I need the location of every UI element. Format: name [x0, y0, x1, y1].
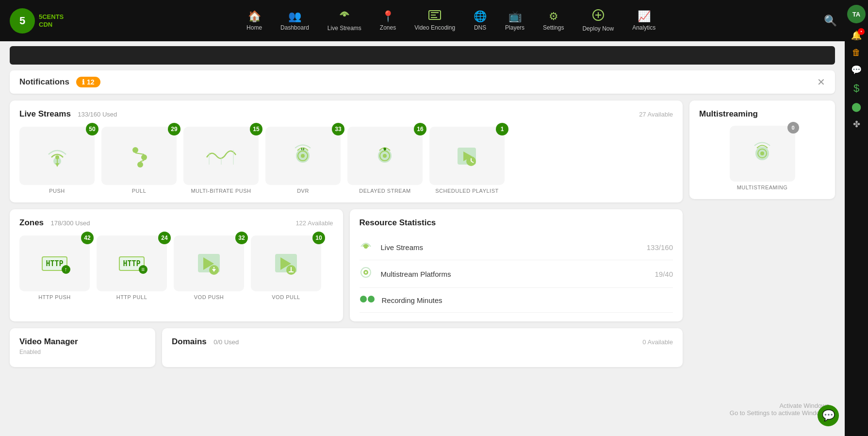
zones-icon: 📍	[381, 10, 394, 23]
stream-pull[interactable]: 29 PULL	[101, 127, 177, 194]
live-streams-title: Live Streams	[19, 109, 71, 118]
domains-available: 0 Available	[642, 338, 673, 346]
domains-title: Domains	[172, 337, 207, 346]
zones-available: 122 Available	[295, 219, 333, 227]
user-avatar[interactable]: TA	[847, 5, 866, 23]
live-streams-used: 133/160 Used	[78, 111, 117, 118]
stream-dvr-box: 33	[265, 127, 341, 185]
main-content: Notifications ℹ 12 ✕ Live Streams 133/16…	[0, 41, 845, 377]
nav-video-encoding[interactable]: Video Encoding	[408, 7, 462, 34]
notif-title: Notifications	[19, 77, 69, 87]
stream-push[interactable]: 50 PUSH	[19, 127, 95, 194]
video-manager-card: Video Manager Enabled	[10, 328, 155, 367]
notif-left: Notifications ℹ 12	[19, 77, 100, 87]
nav-dashboard[interactable]: 👥 Dashboard	[274, 7, 316, 34]
zone-http-push[interactable]: 42 HTTP ↑ HTTP PUSH	[19, 235, 90, 300]
nav-zones[interactable]: 📍 Zones	[373, 7, 403, 34]
svg-line-12	[135, 153, 144, 154]
stream-delayed[interactable]: 16 i DELAYED STREAM	[347, 127, 423, 194]
zone-http-pull-label: HTTP PULL	[116, 294, 147, 300]
right-column: Multistreaming 0 MULTISTREAMING	[689, 101, 835, 367]
zones-title-group: Zones 178/300 Used	[19, 218, 90, 228]
video-encoding-icon	[428, 10, 441, 23]
logo-circle: 5	[10, 8, 35, 34]
nav-dns-label: DNS	[474, 24, 486, 31]
nav-analytics[interactable]: 📈 Analytics	[625, 7, 662, 34]
live-streams-header: Live Streams 133/160 Used 27 Available	[19, 109, 673, 119]
nav-players-label: Players	[505, 24, 524, 31]
notif-badge[interactable]: ℹ 12	[76, 77, 100, 87]
resource-statistics-card: Resource Statistics Live Streams 133/160	[350, 209, 683, 321]
stream-multibitrate-label: MULTI-BITRATE PUSH	[191, 188, 251, 194]
status-icon[interactable]: ⬤	[852, 101, 861, 112]
dashboard-grid: Live Streams 133/160 Used 27 Available 5…	[10, 101, 835, 367]
zone-http-push-badge: 42	[81, 232, 94, 244]
svg-point-46	[360, 296, 367, 302]
nav-items: 🏠 Home 👥 Dashboard Live Streams 📍 Zones	[78, 6, 824, 35]
analytics-icon: 📈	[638, 10, 651, 23]
multistreaming-item[interactable]: 0 MULTISTREAMING	[699, 126, 825, 190]
zones-title: Zones	[19, 218, 44, 227]
live-streams-card: Live Streams 133/160 Used 27 Available 5…	[10, 101, 683, 202]
zone-vod-pull-label: VOD PULL	[272, 294, 300, 300]
svg-point-47	[368, 296, 375, 302]
logo[interactable]: 5 5CENTS CDN	[10, 8, 64, 34]
deploy-now-icon	[592, 9, 604, 24]
notifications-bar: Notifications ℹ 12 ✕	[10, 70, 835, 94]
search-button[interactable]: 🔍	[824, 15, 837, 27]
stream-multibitrate[interactable]: 15 MULTI-BITRATE PUSH	[183, 127, 259, 194]
live-streams-title-group: Live Streams 133/160 Used	[19, 109, 117, 119]
zone-vod-push-badge: 32	[235, 232, 248, 244]
billing-icon[interactable]: $	[853, 82, 859, 95]
add-icon[interactable]: ✤	[853, 119, 860, 130]
stream-scheduled-box: 1	[429, 127, 505, 185]
stream-pull-label: PULL	[132, 188, 147, 194]
stream-dvr-badge: 33	[332, 123, 344, 135]
nav-players[interactable]: 📺 Players	[498, 7, 531, 34]
nav-settings[interactable]: ⚙ Settings	[536, 7, 571, 34]
stream-scheduled[interactable]: 1 SCHEDULED PLAYLIST	[429, 127, 505, 194]
nav-zones-label: Zones	[380, 24, 396, 31]
nav-dns[interactable]: 🌐 DNS	[467, 7, 493, 34]
nav-live-streams[interactable]: Live Streams	[321, 7, 368, 34]
zone-http-push-box: 42 HTTP ↑	[19, 235, 90, 291]
settings-icon: ⚙	[549, 10, 558, 23]
left-column: Live Streams 133/160 Used 27 Available 5…	[10, 101, 683, 367]
domains-used: 0/0 Used	[213, 338, 239, 346]
svg-point-6	[55, 155, 59, 159]
stream-push-box: 50	[19, 127, 95, 185]
notif-close-button[interactable]: ✕	[817, 76, 825, 88]
notification-icon[interactable]: 🔔 •	[851, 30, 862, 41]
zone-vod-push-label: VOD PUSH	[194, 294, 224, 300]
zone-http-pull[interactable]: 24 HTTP ≡ HTTP PULL	[97, 235, 167, 300]
svg-line-13	[140, 160, 144, 162]
chat-icon[interactable]: 💬	[851, 65, 862, 75]
stream-push-label: PUSH	[49, 188, 65, 194]
top-navigation: 5 5CENTS CDN 🏠 Home 👥 Dashboard Live Str…	[0, 0, 868, 41]
nav-deploy-now[interactable]: Deploy Now	[575, 6, 621, 35]
zone-http-pull-box: 24 HTTP ≡	[97, 235, 167, 291]
resource-recording-name: Recording Minutes	[382, 296, 673, 304]
live-streams-items: 50 PUSH	[19, 127, 673, 194]
domains-title-group: Domains 0/0 Used	[172, 337, 239, 347]
zone-vod-push[interactable]: 32 VOD PUSH	[174, 235, 244, 300]
nav-analytics-label: Analytics	[632, 24, 655, 31]
zone-vod-pull[interactable]: 10 VOD PULL	[251, 235, 321, 300]
svg-point-11	[137, 162, 143, 168]
chat-button[interactable]: 💬	[818, 405, 839, 426]
nav-settings-label: Settings	[543, 24, 564, 31]
bottom-cards: Video Manager Enabled Domains 0/0 Used 0…	[10, 328, 683, 367]
stream-delayed-label: DELAYED STREAM	[359, 188, 410, 194]
notif-icon: ℹ	[82, 78, 84, 86]
svg-point-50	[760, 151, 764, 155]
dashboard-icon: 👥	[288, 10, 301, 23]
stream-multibitrate-box: 15	[183, 127, 259, 185]
trash-icon[interactable]: 🗑	[852, 48, 861, 58]
nav-home-label: Home	[246, 24, 262, 31]
multistreaming-label: MULTISTREAMING	[737, 184, 788, 190]
nav-home[interactable]: 🏠 Home	[240, 7, 269, 34]
nav-deploy-now-label: Deploy Now	[582, 25, 614, 32]
stream-push-badge: 50	[86, 123, 98, 135]
stream-pull-badge: 29	[168, 123, 180, 135]
stream-dvr[interactable]: 33 DVR	[265, 127, 341, 194]
